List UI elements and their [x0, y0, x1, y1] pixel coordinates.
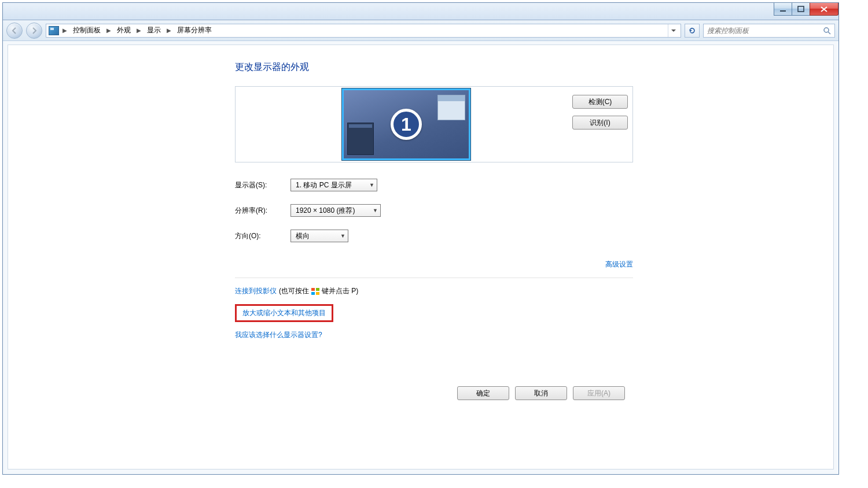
breadcrumb-item[interactable]: 屏幕分辨率	[175, 24, 214, 36]
apply-button[interactable]: 应用(A)	[573, 386, 625, 400]
display-label: 显示器(S):	[235, 180, 290, 190]
chevron-down-icon: ▼	[369, 182, 374, 188]
window: ▶ 控制面板 ▶ 外观 ▶ 显示 ▶ 屏幕分辨率 更改显示器的外观	[2, 2, 839, 475]
projector-link[interactable]: 连接到投影仪	[235, 286, 277, 296]
display-preview-box: 1 检测(C) 识别(I)	[235, 86, 633, 162]
preview-taskbar-icon	[347, 123, 374, 155]
dialog-buttons: 确定 取消 应用(A)	[457, 386, 625, 400]
forward-button[interactable]	[26, 23, 42, 39]
projector-hint-pre: (也可按住	[279, 286, 309, 296]
display-select[interactable]: 1. 移动 PC 显示屏 ▼	[290, 179, 377, 191]
chevron-down-icon: ▼	[340, 233, 345, 239]
svg-rect-1	[798, 6, 804, 12]
search-icon	[823, 27, 831, 35]
resolution-select[interactable]: 1920 × 1080 (推荐) ▼	[290, 204, 381, 217]
address-dropdown[interactable]	[668, 24, 678, 37]
back-button[interactable]	[6, 23, 23, 39]
titlebar	[3, 3, 838, 20]
chevron-right-icon: ▶	[135, 27, 142, 34]
svg-point-2	[824, 28, 829, 32]
advanced-settings-link[interactable]: 高级设置	[605, 260, 633, 268]
maximize-button[interactable]	[792, 3, 810, 16]
orientation-label: 方向(O):	[235, 231, 290, 241]
detect-button[interactable]: 检测(C)	[572, 95, 628, 109]
windows-logo-icon	[311, 288, 319, 295]
display-value: 1. 移动 PC 显示屏	[296, 180, 352, 190]
preview-window-icon	[437, 95, 465, 120]
chevron-right-icon: ▶	[61, 27, 68, 34]
monitor-preview[interactable]: 1	[342, 88, 470, 160]
search-input[interactable]	[707, 27, 811, 35]
chevron-right-icon: ▶	[165, 27, 172, 34]
breadcrumb-item[interactable]: 外观	[115, 24, 133, 36]
ok-button[interactable]: 确定	[457, 386, 509, 400]
identify-button[interactable]: 识别(I)	[572, 116, 628, 130]
orientation-value: 横向	[296, 231, 310, 241]
text-size-link[interactable]: 放大或缩小文本和其他项目	[242, 309, 326, 317]
svg-line-3	[828, 32, 830, 34]
search-box[interactable]	[703, 24, 835, 38]
control-panel-icon	[49, 26, 59, 35]
chevron-right-icon: ▶	[105, 27, 112, 34]
minimize-button[interactable]	[774, 3, 792, 16]
monitor-number: 1	[391, 109, 422, 140]
addressbar[interactable]: ▶ 控制面板 ▶ 外观 ▶ 显示 ▶ 屏幕分辨率	[46, 24, 681, 38]
highlighted-annotation: 放大或缩小文本和其他项目	[235, 304, 333, 322]
page-title: 更改显示器的外观	[235, 61, 633, 73]
svg-rect-0	[780, 10, 786, 12]
breadcrumb-item[interactable]: 控制面板	[71, 24, 103, 36]
orientation-select[interactable]: 横向 ▼	[290, 230, 348, 242]
projector-hint-post: 键并点击 P)	[322, 286, 358, 296]
resolution-value: 1920 × 1080 (推荐)	[296, 206, 355, 216]
cancel-button[interactable]: 取消	[515, 386, 567, 400]
content-frame: 更改显示器的外观 1 检测(C) 识别(I)	[8, 45, 834, 469]
help-link[interactable]: 我应该选择什么显示器设置?	[235, 330, 322, 340]
resolution-label: 分辨率(R):	[235, 206, 290, 216]
chevron-down-icon: ▼	[373, 208, 378, 213]
navbar: ▶ 控制面板 ▶ 外观 ▶ 显示 ▶ 屏幕分辨率	[3, 20, 838, 41]
refresh-button[interactable]	[685, 24, 700, 38]
close-button[interactable]	[810, 3, 838, 16]
breadcrumb-item[interactable]: 显示	[145, 24, 163, 36]
